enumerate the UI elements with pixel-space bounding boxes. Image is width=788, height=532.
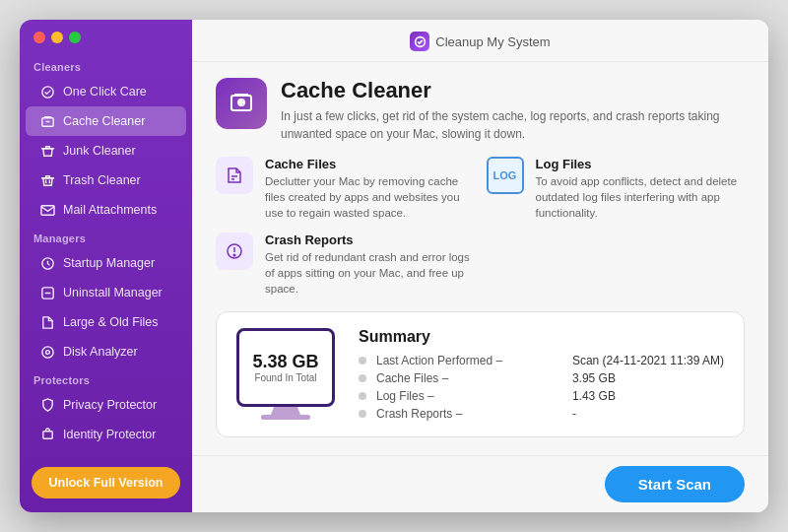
svg-point-8 <box>45 350 49 354</box>
sidebar-item-label: Identity Protector <box>63 428 157 441</box>
sidebar-item-junk-cleaner[interactable]: Junk Cleaner <box>26 136 186 166</box>
sidebar-item-trash-cleaner[interactable]: Trash Cleaner <box>26 166 186 195</box>
sidebar: Cleaners One Click Care Cache Cleaner Ju… <box>20 20 192 512</box>
unlock-full-version-button[interactable]: Unlock Full Version <box>32 467 180 499</box>
sidebar-item-label: Privacy Protector <box>63 398 157 412</box>
log-files-icon: LOG <box>487 157 524 194</box>
summary-value-3: - <box>572 407 724 421</box>
trash-cleaner-icon <box>39 172 55 188</box>
cache-files-icon <box>216 157 253 194</box>
summary-label-2: Log Files – <box>376 389 562 403</box>
mail-icon <box>39 202 55 218</box>
traffic-lights <box>20 20 192 53</box>
identity-icon <box>39 427 55 442</box>
content-area: Cache Cleaner In just a few clicks, get … <box>192 62 768 455</box>
monitor-screen: 5.38 GB Found In Total <box>236 328 335 407</box>
privacy-icon <box>39 397 55 413</box>
summary-label-3: Crash Reports – <box>376 407 562 421</box>
sidebar-item-label: Mail Attachments <box>63 203 157 217</box>
feature-crash-reports: Crash Reports Get rid of redundant crash… <box>216 233 475 297</box>
log-files-desc: To avoid app conflicts, detect and delet… <box>536 173 746 221</box>
summary-label-1: Cache Files – <box>376 371 562 385</box>
svg-point-7 <box>41 346 52 357</box>
summary-value-2: 1.43 GB <box>572 389 724 403</box>
sidebar-item-label: Junk Cleaner <box>63 144 136 158</box>
feature-cache-files: Cache Files Declutter your Mac by removi… <box>216 157 475 221</box>
junk-cleaner-icon <box>39 143 55 159</box>
app-window: Cleaners One Click Care Cache Cleaner Ju… <box>20 20 768 512</box>
crash-reports-text: Crash Reports Get rid of redundant crash… <box>265 233 475 297</box>
dot-2 <box>359 392 366 400</box>
sidebar-item-label: Uninstall Manager <box>63 286 163 299</box>
cache-cleaner-icon <box>39 113 55 129</box>
svg-rect-9 <box>42 431 51 438</box>
sidebar-item-disk-analyzer[interactable]: Disk Analyzer <box>26 337 186 366</box>
start-scan-button[interactable]: Start Scan <box>605 466 745 502</box>
dot-0 <box>359 357 366 365</box>
log-files-title: Log Files <box>536 157 746 171</box>
summary-label-0: Last Action Performed – <box>376 354 562 367</box>
uninstall-icon <box>39 285 55 300</box>
one-click-care-icon <box>39 84 55 100</box>
close-button[interactable] <box>33 32 45 43</box>
sidebar-item-large-old-files[interactable]: Large & Old Files <box>26 307 186 337</box>
sidebar-item-label: One Click Care <box>63 85 147 99</box>
sidebar-bottom: Unlock Full Version <box>20 453 192 512</box>
svg-rect-4 <box>40 205 53 214</box>
page-header-icon <box>216 78 267 129</box>
app-header-icon <box>410 32 429 51</box>
managers-section-label: Managers <box>20 225 192 248</box>
header-app-title: Cleanup My System <box>435 34 550 49</box>
files-icon <box>39 314 55 330</box>
minimize-button[interactable] <box>51 32 63 43</box>
monitor-base <box>261 415 310 420</box>
sidebar-item-one-click-care[interactable]: One Click Care <box>26 77 186 106</box>
sidebar-item-privacy-protector[interactable]: Privacy Protector <box>26 390 186 420</box>
main-content: Cleanup My System Cache Cleaner In <box>192 20 768 512</box>
summary-box: 5.38 GB Found In Total Summary Last Acti… <box>216 311 745 437</box>
sidebar-item-mail-attachments[interactable]: Mail Attachments <box>26 195 186 225</box>
maximize-button[interactable] <box>69 32 81 43</box>
svg-point-16 <box>233 254 235 256</box>
startup-icon <box>39 255 55 271</box>
sidebar-item-label: Large & Old Files <box>63 315 159 329</box>
summary-title: Summary <box>359 328 724 346</box>
monitor-container: 5.38 GB Found In Total <box>236 328 335 420</box>
cache-files-title: Cache Files <box>265 157 475 171</box>
header-title-container: Cleanup My System <box>410 32 550 51</box>
main-footer: Start Scan <box>192 455 768 512</box>
sidebar-item-startup-manager[interactable]: Startup Manager <box>26 248 186 278</box>
cache-files-text: Cache Files Declutter your Mac by removi… <box>265 157 475 221</box>
log-files-text: Log Files To avoid app conflicts, detect… <box>536 157 746 221</box>
sidebar-item-cache-cleaner[interactable]: Cache Cleaner <box>26 106 186 136</box>
page-header-text: Cache Cleaner In just a few clicks, get … <box>281 78 745 143</box>
crash-reports-desc: Get rid of redundant crash and error log… <box>265 249 475 297</box>
found-label: Found In Total <box>254 372 316 383</box>
dot-1 <box>359 374 366 382</box>
sidebar-item-label: Startup Manager <box>63 256 155 270</box>
protectors-section-label: Protectors <box>20 366 192 390</box>
features-grid: Cache Files Declutter your Mac by removi… <box>216 157 745 298</box>
monitor-stand <box>271 407 300 415</box>
main-header: Cleanup My System <box>192 20 768 62</box>
total-size: 5.38 GB <box>252 352 318 372</box>
crash-reports-icon <box>216 233 253 270</box>
feature-log-files: LOG Log Files To avoid app conflicts, de… <box>487 157 746 221</box>
summary-details: Summary Last Action Performed – Scan (24… <box>359 328 724 421</box>
cleaners-section-label: Cleaners <box>20 53 192 77</box>
page-header: Cache Cleaner In just a few clicks, get … <box>216 78 745 143</box>
summary-value-0: Scan (24-11-2021 11:39 AM) <box>572 354 724 367</box>
sidebar-item-label: Trash Cleaner <box>63 173 141 187</box>
sidebar-item-label: Cache Cleaner <box>63 114 145 128</box>
crash-reports-title: Crash Reports <box>265 233 475 247</box>
dot-3 <box>359 410 366 418</box>
summary-table: Last Action Performed – Scan (24-11-2021… <box>359 354 724 421</box>
page-title: Cache Cleaner <box>281 78 745 103</box>
sidebar-item-uninstall-manager[interactable]: Uninstall Manager <box>26 278 186 307</box>
disk-icon <box>39 344 55 360</box>
cache-files-desc: Declutter your Mac by removing cache fil… <box>265 173 475 221</box>
sidebar-item-label: Disk Analyzer <box>63 345 138 359</box>
page-description: In just a few clicks, get rid of the sys… <box>281 107 745 143</box>
summary-value-1: 3.95 GB <box>572 371 724 385</box>
sidebar-item-identity-protector[interactable]: Identity Protector <box>26 420 186 449</box>
